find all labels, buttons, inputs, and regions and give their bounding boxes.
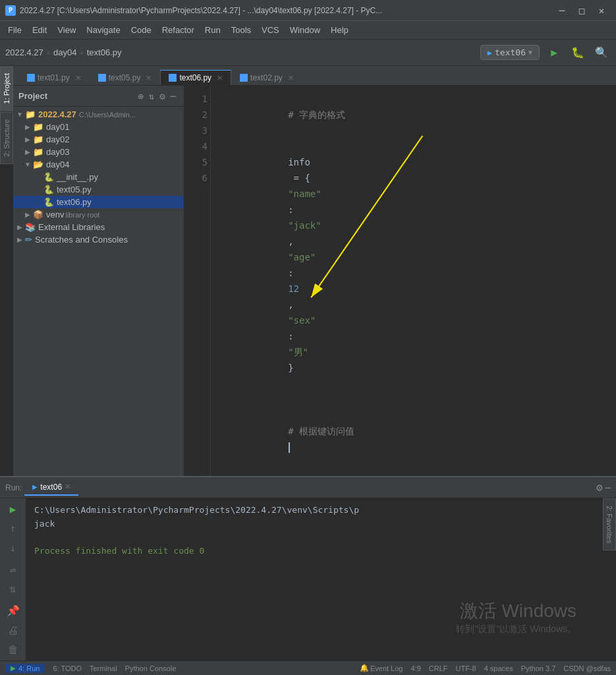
menu-vcs[interactable]: VCS: [256, 22, 285, 38]
menu-refactor[interactable]: Refactor: [157, 22, 200, 38]
menu-view[interactable]: View: [52, 22, 81, 38]
run-settings-btn[interactable]: ⚙: [596, 481, 603, 494]
tree-day01[interactable]: ▶ 📁 day01: [13, 121, 184, 133]
menu-tools[interactable]: Tools: [226, 22, 256, 38]
breadcrumb-root[interactable]: 2022.4.27: [5, 47, 43, 57]
run-up-btn[interactable]: ↑: [4, 520, 22, 537]
tree-text06-py[interactable]: 🐍 text06.py: [13, 196, 184, 208]
day03-folder-icon: 📁: [33, 147, 43, 157]
line-num-2: 2: [187, 107, 208, 123]
run-tab-close[interactable]: ✕: [65, 483, 70, 491]
tab-text01-label: text01.py: [38, 73, 70, 82]
line-num-5: 5: [187, 154, 208, 170]
menu-edit[interactable]: Edit: [27, 22, 52, 38]
editor-area: 1 2 3 4 5 6 # 字典的格式 info = { "name" :: [184, 86, 616, 476]
day02-folder-icon: 📁: [33, 134, 43, 144]
panel-scroll-btn[interactable]: ⇅: [146, 90, 157, 103]
tree-text05-py[interactable]: 🐍 text05.py: [13, 183, 184, 196]
panel-scope-btn[interactable]: ⊕: [135, 90, 146, 103]
status-encoding[interactable]: UTF-8: [456, 664, 476, 672]
menu-help[interactable]: Help: [325, 22, 354, 38]
menu-navigate[interactable]: Navigate: [81, 22, 125, 38]
status-position[interactable]: 4:9: [410, 664, 420, 672]
panel-minimize-btn[interactable]: ─: [168, 90, 179, 103]
status-python-version[interactable]: Python 3.7: [521, 664, 556, 672]
tree-scratches[interactable]: ▶ ✏ Scratches and Consoles: [13, 233, 184, 246]
menu-window[interactable]: Window: [285, 22, 325, 38]
day04-arrow: ▼: [24, 161, 32, 168]
run-tab-text06[interactable]: ▶ text06 ✕: [24, 480, 78, 496]
day04-folder-icon: 📂: [33, 160, 43, 169]
tree-ext-libs[interactable]: ▶ 📚 External Libraries: [13, 221, 184, 233]
maximize-button[interactable]: □: [573, 1, 591, 20]
status-python-console[interactable]: Python Console: [125, 664, 177, 672]
code-editor[interactable]: 1 2 3 4 5 6 # 字典的格式 info = { "name" :: [184, 86, 616, 476]
tab-text05-close[interactable]: ✕: [146, 74, 152, 82]
status-line-ending[interactable]: CRLF: [429, 664, 448, 672]
venv-icon: 📦: [33, 210, 43, 220]
minimize-button[interactable]: ─: [553, 1, 571, 20]
status-todo-label: 6: TODO: [53, 664, 82, 672]
tab-text01-close[interactable]: ✕: [75, 74, 81, 82]
status-encoding-label: UTF-8: [456, 664, 476, 672]
status-csdn-label: CSDN @sdfas: [563, 664, 611, 672]
run-print-btn[interactable]: 🖨: [4, 622, 22, 639]
breadcrumb-dir[interactable]: day04: [53, 47, 76, 57]
panel-tab-project[interactable]: 1: Project: [0, 66, 13, 111]
run-output: C:\Users\Administrator\PycharmProjects\2…: [26, 498, 616, 660]
search-button[interactable]: 🔍: [592, 44, 611, 62]
panel-tab-structure[interactable]: 2: Structure: [0, 112, 13, 164]
tree-venv[interactable]: ▶ 📦 venv library root: [13, 208, 184, 221]
tree-day02[interactable]: ▶ 📁 day02: [13, 133, 184, 146]
run-play-btn[interactable]: ▶: [4, 501, 22, 517]
status-bar: ▶ 4: Run 6: TODO Terminal Python Console…: [0, 660, 616, 675]
tree-day03-label: day03: [46, 147, 69, 157]
day01-folder-icon: 📁: [33, 122, 43, 132]
status-terminal[interactable]: Terminal: [90, 664, 117, 672]
run-wrap-btn[interactable]: ⇌: [4, 562, 22, 578]
menu-code[interactable]: Code: [126, 22, 157, 38]
tree-root[interactable]: ▼ 📁 2022.4.27 C:\Users\Admin...: [13, 108, 184, 121]
panel-settings-btn[interactable]: ⚙: [157, 90, 167, 103]
tree-root-arrow: ▼: [16, 111, 24, 118]
tree-init-py[interactable]: 🐍 __init__.py: [13, 171, 184, 183]
right-vertical-tabs: 2: Favorites: [603, 498, 616, 660]
scratch-icon: ✏: [25, 235, 32, 245]
status-event-log[interactable]: 🔔 Event Log: [360, 664, 403, 672]
debug-button[interactable]: 🐛: [569, 44, 587, 62]
run-label: Run:: [5, 483, 22, 492]
scratches-arrow: ▶: [16, 236, 24, 243]
right-tab-favorites[interactable]: 2: Favorites: [603, 498, 616, 550]
run-panel-close-btn[interactable]: ─: [605, 483, 611, 493]
run-button[interactable]: ▶: [545, 44, 563, 62]
code-line-3: [221, 392, 605, 407]
tab-text06[interactable]: text06.py ✕: [160, 70, 231, 85]
title-bar: P 2022.4.27 [C:\Users\Administrator\Pych…: [0, 0, 616, 21]
tree-text05-py-label: text05.py: [57, 185, 92, 194]
tree-day04[interactable]: ▼ 📂 day04: [13, 158, 184, 171]
run-delete-btn[interactable]: 🗑: [4, 641, 22, 658]
breadcrumb-file[interactable]: text06.py: [87, 47, 122, 57]
status-todo[interactable]: 6: TODO: [53, 664, 82, 672]
tab-text06-close[interactable]: ✕: [217, 74, 223, 82]
status-indent[interactable]: 4 spaces: [484, 664, 513, 672]
close-button[interactable]: ✕: [592, 1, 611, 20]
run-filter-btn[interactable]: ⇅: [4, 581, 22, 597]
run-down-btn[interactable]: ↓: [4, 540, 22, 556]
status-python-version-label: Python 3.7: [521, 664, 556, 672]
folder-icon: 📁: [25, 109, 36, 119]
run-pin-btn[interactable]: 📌: [4, 602, 22, 619]
run-config-selector[interactable]: ▶ text06 ▼: [480, 45, 540, 60]
tab-text05[interactable]: text05.py ✕: [90, 70, 161, 85]
tab-text01[interactable]: text01.py ✕: [18, 70, 90, 85]
menu-file[interactable]: File: [3, 22, 27, 38]
tab-text02-label: text02.py: [250, 73, 283, 82]
code-content[interactable]: # 字典的格式 info = { "name" : "jack" , "age"…: [211, 86, 616, 476]
status-event-log-icon: 🔔: [360, 664, 369, 672]
menu-run[interactable]: Run: [200, 22, 226, 38]
tab-text02[interactable]: text02.py ✕: [231, 70, 302, 85]
tree-day03[interactable]: ▶ 📁 day03: [13, 146, 184, 158]
tab-text02-close[interactable]: ✕: [288, 74, 294, 82]
venv-arrow: ▶: [24, 211, 32, 218]
status-run-btn[interactable]: ▶ 4: Run: [5, 664, 45, 673]
